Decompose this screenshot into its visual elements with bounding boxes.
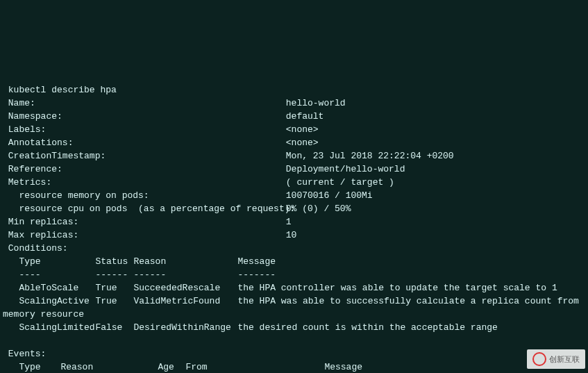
field-label: resource memory on pods: [8, 189, 286, 202]
col-age: Age [158, 360, 185, 373]
col-message: Message [324, 362, 362, 372]
field-row: resource memory on pods:10070016 / 100Mi [3, 190, 373, 201]
field-value: 10 [286, 230, 297, 240]
condition-row: ScalingActiveTrueValidMetricFoundthe HPA… [3, 296, 579, 306]
field-value: Deployment/hello-world [286, 164, 405, 174]
condition-row: AbleToScaleTrueSucceededRescalethe HPA c… [3, 283, 557, 293]
condition-row: ScalingLimitedFalseDesiredWithinRangethe… [3, 322, 498, 333]
field-value: Mon, 23 Jul 2018 22:22:04 +0200 [286, 151, 454, 161]
col-message: Message [237, 256, 276, 267]
col-type: Type [19, 360, 60, 373]
field-row: CreationTimestamp:Mon, 23 Jul 2018 22:22… [3, 151, 454, 161]
field-label: Annotations: [8, 136, 286, 149]
field-label: Max replicas: [8, 229, 286, 242]
condition-row-wrap: memory resource [3, 309, 84, 320]
field-label: Namespace: [8, 110, 286, 123]
conditions-header: TypeStatusReasonMessage [3, 256, 276, 267]
col-status: Status [95, 255, 133, 268]
field-value: ( current / target ) [286, 177, 394, 188]
terminal-output: kubectl describe hpa Name:hello-world Na… [0, 66, 588, 373]
field-label: Metrics: [8, 176, 286, 189]
conditions-label: Conditions: [3, 243, 68, 254]
field-label: Labels: [8, 123, 286, 136]
conditions-rule: ----------------------- [3, 270, 276, 280]
field-label: resource cpu on pods (as a percentage of… [8, 202, 286, 215]
field-value: 1 [286, 217, 292, 227]
events-header: TypeReasonAgeFromMessage [3, 362, 362, 372]
field-row: resource cpu on pods (as a percentage of… [3, 204, 351, 214]
watermark-text: 创新互联 [549, 353, 580, 366]
command-text: kubectl describe hpa [8, 85, 117, 95]
watermark: 创新互联 [527, 349, 585, 369]
field-value: <none> [286, 124, 319, 135]
field-label: Reference: [8, 163, 286, 176]
field-row: Labels:<none> [3, 124, 319, 135]
field-label: CreationTimestamp: [8, 149, 286, 163]
col-reason: Reason [60, 360, 158, 373]
field-row: Metrics:( current / target ) [3, 177, 394, 188]
field-value: <none> [286, 138, 319, 148]
command-line: kubectl describe hpa [3, 85, 117, 95]
watermark-logo-icon [532, 352, 546, 366]
field-value: 0% (0) / 50% [286, 204, 351, 214]
field-row: Max replicas:10 [3, 230, 296, 240]
field-row: Namespace:default [3, 111, 324, 122]
events-label: Events: [3, 349, 46, 359]
field-row: Reference:Deployment/hello-world [3, 164, 405, 174]
field-value: 10070016 / 100Mi [286, 190, 373, 201]
col-from: From [185, 360, 324, 373]
field-label: Name: [8, 97, 286, 110]
field-value: hello-world [286, 98, 346, 108]
col-type: Type [19, 255, 95, 268]
field-label: Min replicas: [8, 215, 286, 229]
col-reason: Reason [133, 255, 237, 268]
field-row: Name:hello-world [3, 98, 346, 108]
field-row: Annotations:<none> [3, 138, 319, 148]
field-value: default [286, 111, 324, 122]
field-row: Min replicas:1 [3, 217, 292, 227]
